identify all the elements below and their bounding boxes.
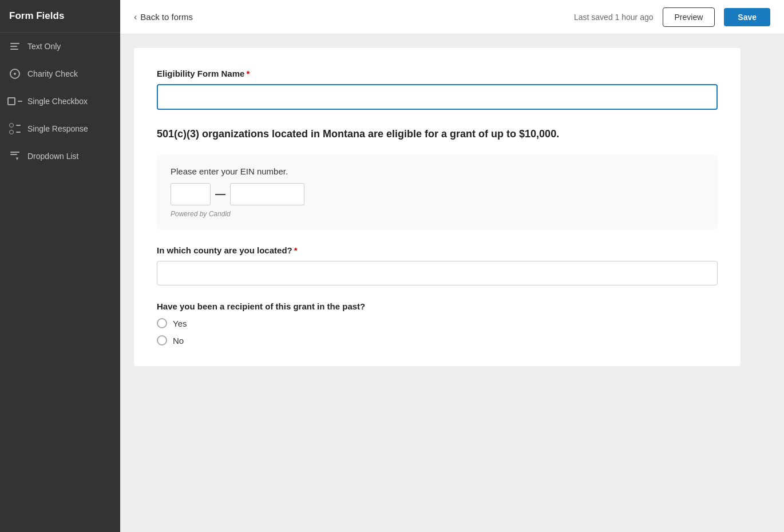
dropdown-icon: ▼ [9,150,21,162]
sidebar-item-dropdown-list[interactable]: ▼ Dropdown List [0,142,120,170]
ein-section: Please enter your EIN number. — Powered … [157,155,718,229]
radio-no[interactable]: No [157,335,718,346]
sidebar-item-label: Dropdown List [27,152,79,161]
form-name-label: Eligibility Form Name* [157,69,718,78]
county-input[interactable] [157,261,718,285]
topbar-right: Last saved 1 hour ago Preview Save [574,7,770,27]
county-label: In which county are you located?* [157,245,718,255]
ein-suffix-input[interactable] [230,183,304,205]
sidebar-title: Form Fields [0,0,120,33]
county-required-star: * [294,245,298,255]
sidebar-item-text-only[interactable]: Text Only [0,33,120,60]
ein-input-container: — [171,183,704,205]
save-button[interactable]: Save [724,8,770,26]
radio-no-circle [157,335,167,346]
form-name-input[interactable] [157,84,718,110]
radio-icon [9,123,21,134]
sidebar-item-label: Text Only [27,42,61,51]
preview-button[interactable]: Preview [663,7,715,27]
radio-yes-circle [157,318,167,328]
radio-yes-label: Yes [173,319,187,328]
topbar: ‹ Back to forms Last saved 1 hour ago Pr… [120,0,784,34]
eligibility-text: 501(c)(3) organizations located in Monta… [157,127,718,141]
grant-question-label: Have you been a recipient of this grant … [157,301,718,311]
main-area: ‹ Back to forms Last saved 1 hour ago Pr… [120,0,784,532]
sidebar-item-single-response[interactable]: Single Response [0,115,120,142]
county-field-group: In which county are you located?* [157,245,718,285]
back-to-forms-link[interactable]: ‹ Back to forms [134,12,193,22]
sidebar-item-label: Single Response [27,124,88,133]
sidebar-item-label: Single Checkbox [27,97,88,106]
sidebar-item-label: Charity Check [27,69,78,78]
required-star: * [246,69,250,78]
radio-yes[interactable]: Yes [157,318,718,328]
ein-prefix-input[interactable] [171,183,211,205]
ein-dash: — [215,188,225,200]
ein-label: Please enter your EIN number. [171,166,704,176]
back-to-forms-label: Back to forms [140,12,193,22]
checkbox-icon [9,96,21,107]
powered-by-text: Powered by Candid [171,210,704,218]
form-name-field-group: Eligibility Form Name* [157,69,718,110]
grant-question-group: Have you been a recipient of this grant … [157,301,718,346]
sidebar-item-charity-check[interactable]: Charity Check [0,60,120,88]
radio-group: Yes No [157,318,718,346]
sidebar: Form Fields Text Only Charity Check Sing… [0,0,120,532]
back-arrow-icon: ‹ [134,12,137,22]
form-card: Eligibility Form Name* 501(c)(3) organiz… [134,48,741,366]
content-area: Eligibility Form Name* 501(c)(3) organiz… [120,34,784,532]
last-saved-text: Last saved 1 hour ago [574,13,654,22]
text-lines-icon [9,41,21,52]
radio-no-label: No [173,336,184,346]
circle-info-icon [9,68,21,80]
sidebar-item-single-checkbox[interactable]: Single Checkbox [0,88,120,115]
